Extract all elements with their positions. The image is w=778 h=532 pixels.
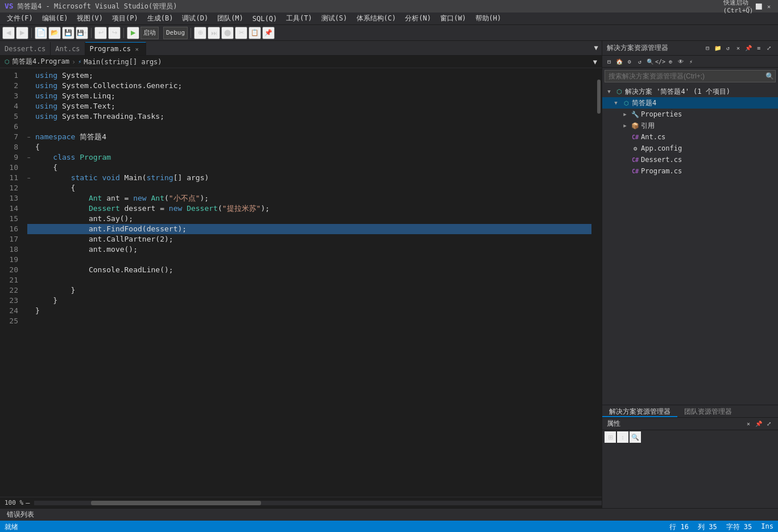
sol-home-btn[interactable]: 🏠 bbox=[615, 57, 624, 66]
code-content[interactable]: using System;using System.Collections.Ge… bbox=[23, 68, 596, 497]
collapse-icon-9[interactable]: − bbox=[27, 152, 34, 163]
back-btn[interactable]: ◀ bbox=[2, 27, 15, 39]
sol-properties-btn[interactable]: ⚙ bbox=[625, 57, 634, 66]
props-float-btn[interactable]: ⤢ bbox=[764, 419, 773, 429]
token-13: ); bbox=[200, 193, 209, 203]
menu-item-T[interactable]: 工具(T) bbox=[282, 13, 317, 24]
menu-item-H[interactable]: 帮助(H) bbox=[471, 13, 506, 24]
menu-item-W[interactable]: 窗口(W) bbox=[436, 13, 471, 24]
props-categories-btn[interactable]: ⊞ bbox=[605, 431, 616, 443]
panel-tab-团队资源管理器[interactable]: 团队资源管理器 bbox=[677, 405, 739, 417]
forward-btn[interactable]: ▶ bbox=[16, 27, 28, 39]
props-close-btn[interactable]: ✕ bbox=[744, 419, 753, 429]
debug-config[interactable]: Debug bbox=[163, 27, 188, 39]
tab-Ant-cs[interactable]: Ant.cs bbox=[51, 42, 85, 55]
solution-tree[interactable]: ▼⬡解决方案 '简答题4' (1 个项目)▼⬡简答题4▶🔧Properties▶… bbox=[602, 85, 778, 405]
solution-search-input[interactable] bbox=[605, 72, 764, 80]
save-btn[interactable]: 💾 bbox=[62, 27, 75, 39]
restore-btn[interactable]: ⬜ bbox=[754, 3, 763, 10]
show-files-btn[interactable]: 📁 bbox=[713, 44, 722, 53]
code-line-3: using System.Linq; bbox=[27, 91, 591, 101]
collapse-all-btn[interactable]: ⊟ bbox=[703, 44, 712, 53]
search-title-btn[interactable]: 快速启动 (Ctrl+Q) bbox=[734, 3, 743, 10]
menu-item-V[interactable]: 视图(V) bbox=[72, 13, 107, 24]
breadcrumb-member[interactable]: Main(string[] args) bbox=[84, 58, 162, 66]
menu-item-N[interactable]: 分析(N) bbox=[400, 13, 436, 24]
props-sort-btn[interactable]: ↕ bbox=[617, 431, 628, 443]
tab-close-Program.cs[interactable]: ✕ bbox=[133, 45, 141, 53]
minimize-btn[interactable]: — bbox=[744, 3, 753, 10]
menu-item-S[interactable]: 测试(S) bbox=[317, 13, 352, 24]
sol-refresh-btn2[interactable]: ↺ bbox=[635, 57, 644, 66]
props-pin-btn[interactable]: 📌 bbox=[754, 419, 763, 429]
refresh-btn[interactable]: ↺ bbox=[723, 44, 733, 53]
sol-add-btn[interactable]: ⊕ bbox=[666, 57, 675, 66]
menu-item-M[interactable]: 团队(M) bbox=[213, 13, 248, 24]
attach-btn[interactable]: ⊕ bbox=[194, 27, 206, 39]
close-btn[interactable]: ✕ bbox=[764, 3, 773, 10]
token-7: namespace bbox=[35, 132, 75, 142]
search-icon[interactable]: 🔍 bbox=[764, 70, 775, 82]
save-all-btn[interactable]: 💾+ bbox=[76, 27, 88, 39]
tab-overflow-btn[interactable]: ▼ bbox=[590, 40, 602, 55]
panel-tab-解决方案资源管理器[interactable]: 解决方案资源管理器 bbox=[602, 405, 677, 417]
tree-item-3[interactable]: ⚙App.config bbox=[602, 143, 778, 154]
step-btn[interactable]: ⏭ bbox=[208, 27, 220, 39]
tree-item-5[interactable]: C#Program.cs bbox=[602, 165, 778, 177]
sol-preview-btn[interactable]: 👁 bbox=[676, 57, 685, 66]
paste-btn[interactable]: 📌 bbox=[262, 27, 275, 39]
token-13 bbox=[147, 193, 151, 203]
collapse-editor-btn[interactable]: ▼ bbox=[593, 58, 597, 66]
collapse-icon-7[interactable]: − bbox=[27, 132, 34, 142]
menu-item-F[interactable]: 文件(F) bbox=[2, 13, 38, 24]
sol-settings-btn[interactable]: ⚡ bbox=[686, 57, 696, 66]
zoom-minus[interactable]: – bbox=[26, 499, 30, 507]
start-btn[interactable]: ▶ bbox=[127, 27, 139, 39]
breakpoint-btn[interactable]: ⬤ bbox=[221, 27, 234, 39]
undo-btn[interactable]: ↩ bbox=[94, 27, 107, 39]
breadcrumb-project[interactable]: 简答题4.Program bbox=[12, 57, 69, 66]
collapse-icon-11[interactable]: − bbox=[27, 173, 34, 183]
tree-item-0[interactable]: ▶🔧Properties bbox=[602, 109, 778, 120]
float-btn[interactable]: ⤢ bbox=[764, 44, 773, 53]
error-list-tab[interactable]: 错误列表 bbox=[0, 509, 41, 521]
tab-Program-cs[interactable]: Program.cs✕ bbox=[85, 42, 146, 55]
tree-item-4[interactable]: C#Dessert.cs bbox=[602, 154, 778, 165]
tree-solution[interactable]: ▼⬡解决方案 '简答题4' (1 个项目) bbox=[602, 86, 778, 97]
close-panel-btn[interactable]: ✕ bbox=[734, 44, 743, 53]
options-btn[interactable]: ≡ bbox=[754, 44, 763, 53]
sol-code-btn[interactable]: </> bbox=[656, 57, 665, 66]
sol-filter-btn[interactable]: 🔍 bbox=[645, 57, 655, 66]
props-search-btn[interactable]: 🔍 bbox=[630, 431, 641, 443]
menu-item-B[interactable]: 生成(B) bbox=[143, 13, 178, 24]
tab-Dessert-cs[interactable]: Dessert.cs bbox=[0, 42, 51, 55]
menu-item-SQLQ[interactable]: SQL(Q) bbox=[248, 14, 282, 24]
start-label[interactable]: 启动 bbox=[140, 27, 159, 39]
zoom-level[interactable]: 100 % bbox=[5, 499, 23, 506]
redo-btn[interactable]: ↪ bbox=[108, 27, 121, 39]
token-5: using bbox=[35, 111, 57, 122]
token-4: using bbox=[35, 101, 57, 111]
menu-item-E[interactable]: 编辑(E) bbox=[38, 13, 73, 24]
pin-btn[interactable]: 📌 bbox=[744, 44, 753, 53]
tree-project[interactable]: ▼⬡简答题4 bbox=[602, 97, 778, 109]
menu-item-D[interactable]: 调试(D) bbox=[177, 13, 213, 24]
sol-collapse-btn[interactable]: ⊟ bbox=[605, 57, 614, 66]
token-11 bbox=[35, 173, 71, 183]
open-btn[interactable]: 📂 bbox=[48, 27, 61, 39]
scroll-thumb[interactable] bbox=[597, 80, 601, 114]
scrollbar[interactable] bbox=[596, 68, 602, 497]
code-line-8: { bbox=[27, 142, 591, 152]
code-editor[interactable]: 1234567891011121314151617181920212223242… bbox=[0, 68, 602, 497]
h-scrollbar[interactable] bbox=[34, 501, 602, 505]
copy-btn[interactable]: 📋 bbox=[249, 27, 261, 39]
menu-item-P[interactable]: 项目(P) bbox=[107, 13, 143, 24]
new-btn[interactable]: 📄 bbox=[35, 27, 47, 39]
tree-item-1[interactable]: ▶📦引用 bbox=[602, 120, 778, 131]
cut-btn[interactable]: ✂ bbox=[235, 27, 247, 39]
sol-label: 解决方案 '简答题4' (1 个项目) bbox=[625, 87, 730, 97]
tree-item-2[interactable]: C#Ant.cs bbox=[602, 131, 778, 143]
menu-item-C[interactable]: 体系结构(C) bbox=[352, 13, 401, 24]
solution-search-box[interactable]: 🔍 bbox=[605, 70, 776, 82]
h-scroll-thumb[interactable] bbox=[91, 501, 261, 505]
